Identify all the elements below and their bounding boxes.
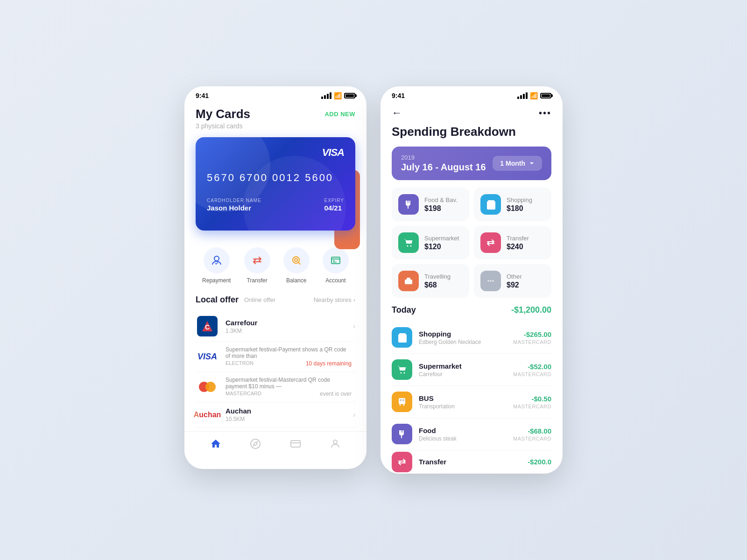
cards-subtitle: 3 physical cards	[196, 122, 355, 130]
time-right: 9:41	[392, 92, 405, 99]
card-number: 5670 6700 0012 5600	[207, 172, 344, 184]
tx-transfer-amount: -$200.0	[528, 458, 551, 466]
other-icon	[480, 271, 501, 291]
more-button[interactable]: •••	[539, 108, 551, 119]
repayment-label: Repayment	[202, 277, 231, 284]
tx-bus-amount: -$0.50	[513, 395, 551, 403]
transaction-food[interactable]: Food Delicious steak -$68.00 MASTERCARD	[392, 418, 551, 450]
auchan-distance: 10.5KM	[226, 416, 353, 422]
transfer-amount: $240	[507, 243, 529, 251]
nav-compass[interactable]	[250, 438, 261, 449]
svg-point-15	[410, 245, 412, 247]
spending-categories: Food & Bav. $198 Shopping $180	[381, 188, 563, 305]
category-travelling[interactable]: Travelling $68	[392, 264, 469, 298]
category-supermarket[interactable]: Supermarket $120	[392, 226, 469, 259]
expiry-label: EXPIRY	[324, 198, 345, 203]
carrefour-name: Carrefour	[226, 319, 353, 327]
account-button[interactable]: Account	[323, 247, 349, 284]
online-offer-tag: Online offer	[244, 296, 275, 303]
svg-rect-10	[291, 441, 300, 447]
tx-bus-name: BUS	[419, 394, 507, 402]
left-phone: 9:41 📶 My Cards ADD NEW 3 physical	[184, 86, 366, 469]
phones-container: 9:41 📶 My Cards ADD NEW 3 physical	[184, 86, 563, 474]
right-phone: 9:41 📶 ← ••• Spending Breakdown	[381, 86, 563, 474]
transaction-supermarket[interactable]: Supermarket Carrefour -$52.00 MASTERCARD	[392, 354, 551, 386]
repayment-button[interactable]: Repayment	[202, 247, 231, 284]
svg-point-12	[333, 440, 337, 444]
svg-rect-5	[333, 260, 335, 261]
account-label: Account	[325, 277, 345, 284]
svg-point-27	[403, 405, 405, 406]
status-bar-right: 9:41 📶	[381, 86, 563, 103]
balance-button[interactable]: Balance	[283, 247, 310, 284]
tx-food-card: MASTERCARD	[513, 436, 551, 441]
svg-point-26	[400, 405, 401, 406]
supermarket-icon	[398, 232, 419, 253]
back-button[interactable]: ←	[392, 107, 402, 119]
transfer-label: Transfer	[247, 277, 267, 284]
category-transfer[interactable]: Transfer $240	[474, 226, 551, 259]
battery-icon-right	[540, 93, 551, 98]
offer-auchan[interactable]: Auchan Auchan 10.5KM ›	[196, 402, 355, 427]
add-new-button[interactable]: ADD NEW	[324, 111, 355, 118]
offer-mastercard-promo: Supermarket festival-Mastercard QR code …	[196, 372, 355, 402]
transaction-shopping[interactable]: Shopping Edberg Golden Necklace -$265.00…	[392, 322, 551, 354]
carrefour-logo: C	[196, 316, 219, 336]
tx-transfer-icon	[392, 452, 412, 472]
mastercard-sub: MASTERCARD	[226, 391, 261, 397]
balance-icon	[283, 247, 310, 273]
balance-label: Balance	[286, 277, 306, 284]
today-total: -$1,200.00	[511, 305, 551, 315]
svg-point-0	[214, 256, 219, 261]
visa-promo-logo: VISA	[196, 352, 219, 362]
svg-point-19	[490, 280, 492, 282]
category-other[interactable]: Other $92	[474, 264, 551, 298]
spending-header: ← ••• Spending Breakdown	[381, 103, 563, 147]
card-header: My Cards ADD NEW 3 physical cards	[184, 103, 366, 137]
travel-icon	[398, 271, 419, 291]
svg-point-18	[488, 280, 489, 282]
signal-icon-right	[517, 92, 528, 99]
expiry-value: 04/21	[324, 204, 345, 212]
nav-profile[interactable]	[330, 438, 341, 449]
spending-title: Spending Breakdown	[392, 125, 551, 139]
travelling-name: Travelling	[424, 273, 451, 280]
auchan-chevron: ›	[353, 411, 355, 419]
wifi-icon-right: 📶	[530, 92, 538, 99]
tx-transfer-name: Transfer	[419, 458, 521, 466]
mastercard-promo-logo	[196, 382, 219, 392]
food-name: Food & Bav.	[424, 196, 458, 203]
date-period-card: 2019 July 16 - August 16 1 Month	[392, 147, 551, 180]
auchan-name: Auchan	[226, 407, 353, 415]
nearby-stores-link[interactable]: Nearby stores ›	[314, 296, 355, 303]
transaction-bus[interactable]: BUS Transportation -$0.50 MASTERCARD	[392, 386, 551, 418]
supermarket-name: Supermarket	[424, 235, 459, 242]
local-offer-section: Local offer Online offer Nearby stores ›…	[184, 291, 366, 431]
svg-rect-23	[399, 398, 405, 404]
svg-point-2	[295, 259, 297, 261]
credit-card[interactable]: VISA 5670 6700 0012 5600 CARDHOLDER NAME…	[196, 137, 355, 231]
transfer-button[interactable]: Transfer	[244, 247, 270, 284]
tx-shopping-amount: -$265.00	[513, 330, 551, 338]
transaction-transfer[interactable]: Transfer -$200.0	[392, 450, 551, 474]
visa-logo: VISA	[322, 147, 344, 159]
svg-rect-6	[333, 262, 337, 263]
tx-food-amount: -$68.00	[513, 427, 551, 435]
account-icon	[323, 247, 349, 273]
nav-home[interactable]	[210, 438, 221, 449]
nav-card[interactable]	[290, 438, 301, 449]
mastercard-promo-desc: Supermarket festival-Mastercard QR code …	[226, 377, 352, 390]
category-food[interactable]: Food & Bav. $198	[392, 188, 469, 221]
category-shopping[interactable]: Shopping $180	[474, 188, 551, 221]
page-title: My Cards	[196, 107, 250, 121]
card-carousel: VISA 5670 6700 0012 5600 CARDHOLDER NAME…	[184, 137, 366, 240]
period-selector[interactable]: 1 Month	[493, 156, 542, 171]
period-dates: July 16 - August 16	[401, 162, 486, 173]
carrefour-chevron: ›	[353, 322, 355, 330]
status-icons-right: 📶	[517, 92, 551, 99]
tx-supermarket-sub: Carrefour	[419, 371, 507, 378]
mastercard-badge: event is over	[320, 391, 352, 397]
transfer-name: Transfer	[507, 235, 529, 242]
offer-carrefour[interactable]: C Carrefour 1.3KM ›	[196, 311, 355, 342]
visa-promo-desc: Supermarket festival-Payment shows a QR …	[226, 346, 352, 359]
